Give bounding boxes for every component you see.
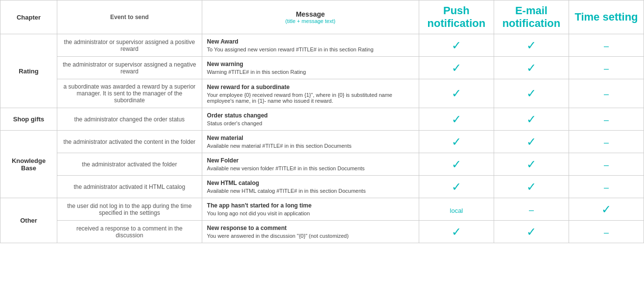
dash-icon: –	[604, 228, 609, 237]
message-body: Available new HTML catalog #TITLE# in in…	[207, 188, 414, 194]
push-cell: ✓	[419, 79, 494, 108]
message-body: Available new version folder #TITLE# in …	[207, 165, 414, 171]
time-cell: –	[569, 131, 644, 153]
chapter-cell: Shop gifts	[0, 108, 57, 131]
table-row: the administrator or supervisor assigned…	[0, 57, 644, 79]
time-cell: –	[569, 176, 644, 198]
event-cell: the administrator activated it HTML cata…	[57, 176, 202, 198]
message-body: Your employee {0} received reward from {…	[207, 92, 414, 104]
message-body: Available new material #TITLE# in in thi…	[207, 143, 414, 149]
push-cell: ✓	[419, 131, 494, 153]
header-message-subtitle: (title + message text)	[207, 18, 414, 24]
message-body: You were answered in the discussion "{0}…	[207, 233, 414, 239]
message-title: Order status changed	[207, 112, 414, 119]
message-title: The app hasn't started for a long time	[207, 202, 414, 209]
header-time: Time setting	[569, 0, 644, 34]
check-icon: ✓	[452, 61, 461, 74]
table-row: the administrator activated the folderNe…	[0, 153, 644, 176]
dash-icon: –	[604, 115, 609, 125]
event-cell: the administrator or supervisor assigned…	[57, 34, 202, 57]
local-label: local	[450, 207, 463, 214]
table-row: received a response to a comment in the …	[0, 221, 644, 243]
time-cell: ✓	[569, 198, 644, 221]
check-icon: ✓	[452, 87, 461, 100]
time-cell: –	[569, 108, 644, 131]
message-cell: The app hasn't started for a long timeYo…	[202, 198, 419, 221]
event-cell: the user did not log in to the app durin…	[57, 198, 202, 221]
event-cell: received a response to a comment in the …	[57, 221, 202, 243]
check-icon: ✓	[526, 225, 536, 238]
check-icon: ✓	[526, 135, 536, 148]
message-title: New warning	[207, 61, 414, 68]
push-cell: ✓	[419, 108, 494, 131]
check-icon: ✓	[526, 113, 536, 126]
dash-icon: –	[604, 64, 609, 73]
event-cell: the administrator or supervisor assigned…	[57, 57, 202, 79]
message-cell: New materialAvailable new material #TITL…	[202, 131, 419, 153]
message-title: New Award	[207, 38, 414, 45]
message-cell: New warningWarning #TITLE# in in this se…	[202, 57, 419, 79]
push-cell: ✓	[419, 34, 494, 57]
time-cell: –	[569, 221, 644, 243]
time-cell: –	[569, 57, 644, 79]
email-cell: ✓	[494, 153, 569, 176]
dash-icon: –	[529, 205, 534, 215]
message-cell: New HTML catalogAvailable new HTML catal…	[202, 176, 419, 198]
message-title: New HTML catalog	[207, 180, 414, 186]
header-email: E-mail notification	[494, 0, 569, 34]
header-push: Push notification	[419, 0, 494, 34]
table-row: the administrator activated it HTML cata…	[0, 176, 644, 198]
dash-icon: –	[604, 89, 609, 99]
check-icon: ✓	[526, 158, 536, 171]
header-message-title: Message	[296, 10, 325, 18]
dash-icon: –	[604, 41, 609, 51]
chapter-cell: Rating	[0, 34, 57, 108]
email-cell: ✓	[494, 221, 569, 243]
message-cell: Order status changedStatus order's chang…	[202, 108, 419, 131]
push-cell: ✓	[419, 153, 494, 176]
message-body: You long ago not did you visit in applic…	[207, 210, 414, 216]
message-cell: New FolderAvailable new version folder #…	[202, 153, 419, 176]
email-cell: ✓	[494, 131, 569, 153]
header-event: Event to send	[57, 0, 202, 34]
time-cell: –	[569, 79, 644, 108]
push-cell: local	[419, 198, 494, 221]
chapter-cell: Other	[0, 198, 57, 243]
table-row: Ratingthe administrator or supervisor as…	[0, 34, 644, 57]
message-cell: New reward for a subordinateYour employe…	[202, 79, 419, 108]
push-cell: ✓	[419, 176, 494, 198]
check-icon: ✓	[452, 39, 461, 52]
table-row: Otherthe user did not log in to the app …	[0, 198, 644, 221]
event-cell: the administrator activated the content …	[57, 131, 202, 153]
header-message: Message (title + message text)	[202, 0, 419, 34]
check-icon: ✓	[452, 225, 461, 238]
table-row: a subordinate was awarded a reward by a …	[0, 79, 644, 108]
message-body: To You assigned new version reward #TITL…	[207, 46, 414, 52]
email-cell: ✓	[494, 34, 569, 57]
push-cell: ✓	[419, 57, 494, 79]
message-body: Status order's changed	[207, 120, 414, 126]
check-icon: ✓	[452, 158, 461, 171]
message-title: New response to a comment	[207, 225, 414, 231]
event-cell: a subordinate was awarded a reward by a …	[57, 79, 202, 108]
check-icon: ✓	[452, 113, 461, 126]
time-cell: –	[569, 34, 644, 57]
message-cell: New AwardTo You assigned new version rew…	[202, 34, 419, 57]
dash-icon: –	[604, 138, 609, 147]
email-cell: –	[494, 198, 569, 221]
table-row: Shop giftsthe administrator changed the …	[0, 108, 644, 131]
message-title: New Folder	[207, 157, 414, 164]
check-icon: ✓	[452, 180, 461, 193]
check-icon: ✓	[526, 61, 536, 74]
email-cell: ✓	[494, 108, 569, 131]
dash-icon: –	[604, 160, 609, 170]
header-chapter: Chapter	[0, 0, 57, 34]
email-cell: ✓	[494, 57, 569, 79]
check-icon: ✓	[452, 135, 461, 148]
message-title: New reward for a subordinate	[207, 84, 414, 91]
message-cell: New response to a commentYou were answer…	[202, 221, 419, 243]
email-cell: ✓	[494, 176, 569, 198]
message-body: Warning #TITLE# in in this section Ratin…	[207, 69, 414, 75]
check-icon: ✓	[526, 87, 536, 100]
push-cell: ✓	[419, 221, 494, 243]
